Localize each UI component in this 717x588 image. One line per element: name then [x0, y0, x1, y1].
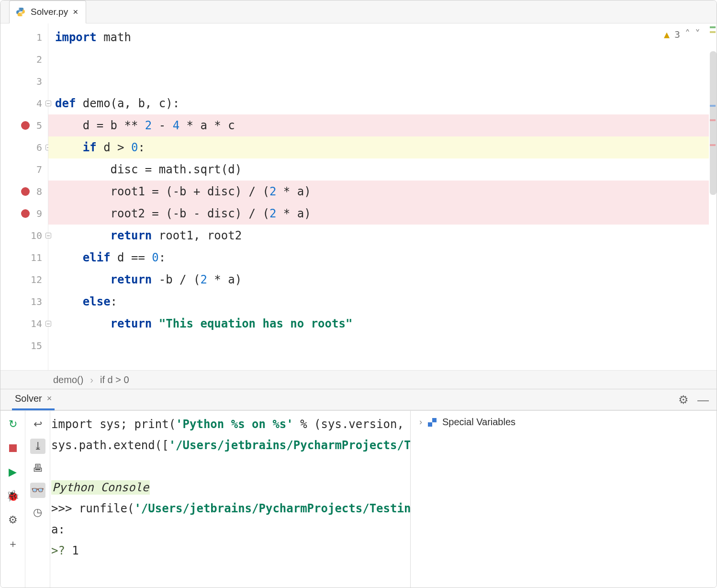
console-output[interactable]: import sys; print('Python %s on %s' % (s… — [50, 411, 410, 588]
gutter-line[interactable]: 9 — [0, 203, 48, 225]
console-line: import sys; print('Python %s on %s' % (s… — [50, 414, 410, 435]
gutter-line[interactable]: 7 — [0, 158, 48, 181]
gutter-line[interactable]: 4 — [0, 92, 48, 114]
code-line[interactable]: return -b / (2 * a) — [48, 269, 709, 291]
code-line[interactable]: return "This equation has no roots" — [48, 313, 709, 335]
editor-gutter[interactable]: 123456789101112131415 — [0, 23, 48, 370]
rerun-icon[interactable]: ↻ — [5, 417, 21, 432]
gear-icon[interactable]: ⚙ — [678, 393, 689, 407]
warning-icon: ▲ — [664, 29, 670, 40]
scroll-to-end-icon[interactable]: ⤓ — [30, 439, 45, 454]
gutter-line[interactable]: 14 — [0, 313, 48, 335]
gutter-line[interactable]: 13 — [0, 291, 48, 313]
gutter-line[interactable]: 5 — [0, 114, 48, 136]
show-variables-icon[interactable]: 👓 — [30, 483, 45, 498]
prev-highlight-icon[interactable]: ˄ — [685, 28, 690, 40]
console-line: sys.path.extend(['/Users/jetbrains/Pycha… — [50, 435, 410, 456]
editor-tab-bar: Solver.py × — [0, 0, 717, 23]
chevron-right-icon: › — [419, 417, 422, 427]
hide-toolwindow-icon[interactable]: — — [697, 393, 709, 407]
code-line[interactable]: def demo(a, b, c): — [48, 92, 709, 114]
analysis-count: 3 — [674, 29, 680, 40]
gutter-line[interactable]: 3 — [0, 70, 48, 92]
code-line[interactable]: elif d == 0: — [48, 247, 709, 269]
console-line: >? 1 — [50, 540, 410, 561]
breakpoint-icon[interactable] — [21, 121, 30, 130]
console-line: a: — [50, 519, 410, 540]
breakpoint-icon[interactable] — [21, 187, 30, 196]
console-line: Python Console — [50, 477, 410, 498]
file-tab-label: Solver.py — [31, 7, 68, 17]
code-line[interactable] — [48, 335, 709, 357]
gutter-line[interactable]: 15 — [0, 335, 48, 357]
editor: 123456789101112131415 ▲ 3 ˄ ˅ import mat… — [0, 23, 717, 370]
history-icon[interactable]: ◷ — [30, 505, 45, 520]
gutter-line[interactable]: 11 — [0, 247, 48, 269]
gutter-line[interactable]: 12 — [0, 269, 48, 291]
breadcrumb[interactable]: demo() › if d > 0 — [0, 370, 717, 389]
python-file-icon — [15, 7, 26, 17]
toolwindow-title: Solver — [15, 393, 42, 404]
variables-group[interactable]: › Special Variables — [419, 417, 708, 428]
code-line[interactable]: root1 = (-b + disc) / (2 * a) — [48, 181, 709, 203]
code-line[interactable]: root2 = (-b - disc) / (2 * a) — [48, 203, 709, 225]
chevron-right-icon: › — [90, 374, 93, 385]
breakpoint-icon[interactable] — [21, 209, 30, 218]
gutter-line[interactable]: 6 — [0, 136, 48, 158]
code-line[interactable]: d = b ** 2 - 4 * a * c — [48, 114, 709, 136]
marker[interactable] — [710, 119, 716, 121]
marker[interactable] — [710, 105, 716, 107]
next-highlight-icon[interactable]: ˅ — [695, 28, 700, 40]
console-toolbar: ↩ ⤓ 🖶 👓 ◷ — [25, 411, 50, 588]
code-line[interactable]: if d > 0: — [48, 136, 709, 158]
gutter-line[interactable]: 10 — [0, 225, 48, 247]
gutter-line[interactable]: 1 — [0, 26, 48, 48]
code-line[interactable] — [48, 70, 709, 92]
marker[interactable] — [710, 31, 716, 33]
stop-icon[interactable] — [5, 441, 21, 456]
debug-icon[interactable]: 🐞 — [5, 488, 21, 504]
close-tab-icon[interactable]: × — [73, 7, 78, 17]
soft-wrap-icon[interactable]: ↩ — [30, 417, 45, 432]
print-icon[interactable]: 🖶 — [30, 461, 45, 476]
marker[interactable] — [710, 144, 716, 146]
svg-point-0 — [19, 9, 20, 10]
console-line — [50, 456, 410, 477]
gutter-line[interactable]: 8 — [0, 181, 48, 203]
code-area[interactable]: ▲ 3 ˄ ˅ import mathdef demo(a, b, c): d … — [48, 23, 709, 370]
file-tab[interactable]: Solver.py × — [9, 0, 86, 23]
scrollbar-thumb[interactable] — [710, 51, 717, 195]
run-toolbar: ↻ ▶ 🐞 ⚙ ＋ — [0, 411, 25, 588]
code-line[interactable]: disc = math.sqrt(d) — [48, 158, 709, 181]
settings-icon[interactable]: ⚙ — [5, 512, 21, 528]
code-line[interactable]: else: — [48, 291, 709, 313]
analysis-indicator[interactable]: ▲ 3 ˄ ˅ — [664, 28, 700, 40]
code-line[interactable]: import math — [48, 26, 709, 48]
variables-group-label: Special Variables — [442, 417, 515, 428]
close-icon[interactable]: × — [47, 394, 52, 404]
gutter-line[interactable]: 2 — [0, 48, 48, 70]
code-line[interactable]: return root1, root2 — [48, 225, 709, 247]
toolwindow-tab[interactable]: Solver × — [12, 389, 55, 410]
svg-point-1 — [22, 14, 22, 15]
run-icon[interactable]: ▶ — [5, 464, 21, 480]
special-variables-icon — [428, 418, 437, 427]
breadcrumb-item[interactable]: demo() — [53, 374, 83, 385]
toolwindow-body: ↻ ▶ 🐞 ⚙ ＋ ↩ ⤓ 🖶 👓 ◷ import sys; print('P… — [0, 410, 717, 588]
code-line[interactable] — [48, 48, 709, 70]
breadcrumb-item[interactable]: if d > 0 — [100, 374, 129, 385]
variables-panel[interactable]: › Special Variables — [410, 411, 717, 588]
marker[interactable] — [710, 26, 716, 28]
console-line: >>> runfile('/Users/jetbrains/PycharmPro… — [50, 498, 410, 519]
add-icon[interactable]: ＋ — [5, 536, 21, 552]
toolwindow-header: Solver × ⚙ — — [0, 389, 717, 410]
editor-marker-strip[interactable] — [709, 23, 717, 370]
